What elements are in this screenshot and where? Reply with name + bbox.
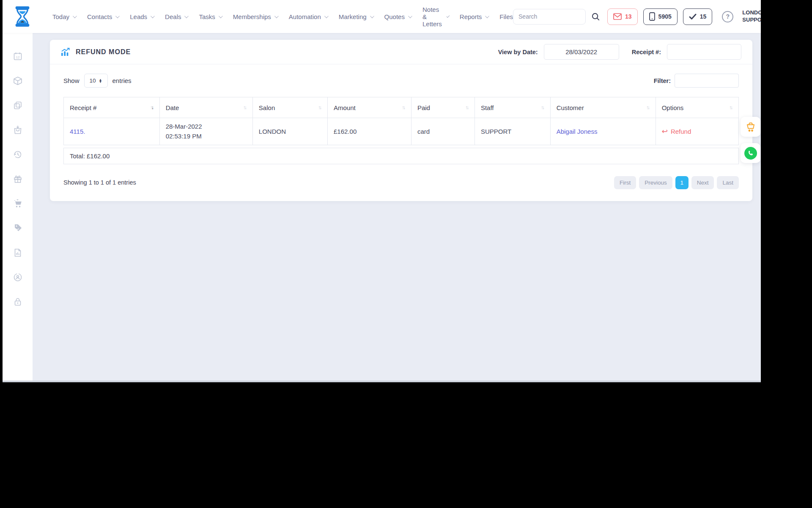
receipt-link[interactable]: 4115. — [70, 128, 85, 135]
nav-contacts[interactable]: Contacts — [87, 13, 118, 20]
report-file-icon[interactable] — [13, 248, 23, 258]
col-date[interactable]: Date↑↓ — [159, 97, 252, 118]
user-circle-icon[interactable] — [13, 272, 23, 282]
show-entries-group: Show 10 ▲▼ entries — [63, 74, 132, 88]
total-row: Total: £162.00 — [63, 148, 739, 164]
nav-label: Automation — [289, 13, 321, 20]
calendar-icon[interactable]: 12 — [13, 51, 23, 61]
date-input[interactable] — [544, 44, 619, 60]
col-options[interactable]: Options↑↓ — [656, 97, 738, 118]
pagination-next[interactable]: Next — [691, 176, 714, 189]
calls-badge[interactable]: 5905 — [643, 8, 678, 25]
col-paid[interactable]: Paid↑↓ — [411, 97, 475, 118]
col-label: Customer — [557, 104, 584, 111]
app-window: Today Contacts Leads Deals Tasks Members… — [3, 0, 761, 382]
nav-today[interactable]: Today — [52, 13, 76, 20]
pagination: First Previous 1 Next Last — [614, 176, 739, 189]
nav-deals[interactable]: Deals — [165, 13, 187, 20]
nav-tasks[interactable]: Tasks — [199, 13, 221, 20]
col-label: Salon — [259, 104, 275, 111]
tasks-badge[interactable]: 15 — [683, 8, 713, 25]
table-footer: Showing 1 to 1 of 1 entries First Previo… — [63, 176, 739, 189]
col-label: Paid — [417, 104, 430, 111]
cell-options: ↩ Refund — [656, 118, 738, 145]
refunds-table: Receipt #↑↓ Date↑↓ Salon↑↓ Amount↑↓ Paid… — [63, 97, 739, 145]
cell-customer: Abigail Joness — [550, 118, 656, 145]
col-label: Staff — [481, 104, 494, 111]
nav-files[interactable]: Files — [499, 13, 513, 20]
nav-reports[interactable]: Reports — [460, 13, 488, 20]
receipt-number-input[interactable] — [667, 44, 741, 60]
floating-cart-button[interactable] — [741, 117, 760, 137]
cart-icon — [745, 122, 756, 132]
nav-label: Contacts — [87, 13, 112, 20]
cell-amount: £162.00 — [328, 118, 411, 145]
col-customer[interactable]: Customer↑↓ — [550, 97, 656, 118]
col-staff[interactable]: Staff↑↓ — [475, 97, 550, 118]
chevron-down-icon — [485, 14, 489, 18]
messages-badge[interactable]: 13 — [607, 8, 638, 25]
pagination-first[interactable]: First — [614, 176, 636, 189]
nav-label: Leads — [130, 13, 147, 20]
pagination-previous[interactable]: Previous — [639, 176, 672, 189]
nav-memberships[interactable]: Memberships — [233, 13, 277, 20]
nav-notes-letters[interactable]: Notes & Letters — [422, 6, 448, 28]
app-logo[interactable] — [13, 6, 32, 27]
pagination-page-1[interactable]: 1 — [675, 176, 689, 189]
search-icon[interactable] — [591, 12, 602, 21]
sort-icon: ↑↓ — [318, 105, 321, 110]
page-length-select[interactable]: 10 ▲▼ — [84, 74, 108, 88]
help-label: ? — [726, 13, 730, 20]
chevron-down-icon — [115, 14, 120, 18]
cube-icon[interactable] — [13, 76, 23, 86]
top-navigation-bar: Today Contacts Leads Deals Tasks Members… — [3, 0, 761, 33]
pagination-last[interactable]: Last — [717, 176, 739, 189]
col-label: Date — [166, 104, 179, 111]
cell-staff: SUPPORT — [475, 118, 550, 145]
date-line2: 02:53:19 PM — [166, 131, 247, 141]
col-amount[interactable]: Amount↑↓ — [328, 97, 411, 118]
lock-icon[interactable] — [13, 297, 23, 307]
nav-label: Tasks — [199, 13, 215, 20]
sort-icon: ↑↓ — [729, 105, 732, 110]
search-input[interactable] — [518, 13, 580, 20]
copy-icon[interactable] — [13, 100, 23, 110]
topbar-right-cluster: 13 5905 15 ? LONDON SUPPORT — [513, 8, 761, 25]
whatsapp-phone-icon — [744, 147, 757, 160]
nav-automation[interactable]: Automation — [289, 13, 327, 20]
envelope-icon — [613, 13, 622, 20]
col-label: Amount — [334, 104, 356, 111]
search-input-wrap — [513, 9, 586, 25]
chevron-down-icon — [184, 14, 189, 18]
chevron-down-icon — [219, 14, 223, 18]
chevron-down-icon — [370, 14, 374, 18]
gift-icon[interactable] — [13, 174, 23, 184]
cell-receipt: 4115. — [64, 118, 160, 145]
col-receipt[interactable]: Receipt #↑↓ — [64, 97, 160, 118]
main-nav: Today Contacts Leads Deals Tasks Members… — [52, 6, 513, 28]
entries-label: entries — [112, 77, 132, 84]
help-icon[interactable]: ? — [722, 11, 733, 22]
col-salon[interactable]: Salon↑↓ — [252, 97, 327, 118]
nav-leads[interactable]: Leads — [130, 13, 154, 20]
cart-icon[interactable] — [13, 199, 23, 209]
filter-input[interactable] — [675, 74, 739, 88]
nav-label: Deals — [165, 13, 181, 20]
chevron-down-icon — [151, 14, 155, 18]
history-icon[interactable] — [13, 149, 23, 160]
sort-icon: ↑↓ — [402, 105, 405, 110]
nav-label: Memberships — [233, 13, 271, 20]
nav-marketing[interactable]: Marketing — [339, 13, 373, 20]
user-name-line2: SUPPORT — [742, 17, 761, 24]
refund-button[interactable]: ↩ Refund — [662, 128, 691, 135]
bag-download-icon[interactable] — [13, 125, 23, 135]
chevron-down-icon — [408, 14, 412, 18]
tags-icon[interactable] — [13, 223, 23, 233]
customer-link[interactable]: Abigail Joness — [557, 128, 598, 135]
svg-text:12: 12 — [16, 55, 19, 59]
floating-phone-button[interactable] — [741, 143, 760, 163]
nav-label: Today — [52, 13, 69, 20]
main-content: REFUND MODE View by Date: Receipt #: Sho… — [33, 33, 761, 381]
nav-label: Reports — [460, 13, 482, 20]
nav-quotes[interactable]: Quotes — [384, 13, 411, 20]
